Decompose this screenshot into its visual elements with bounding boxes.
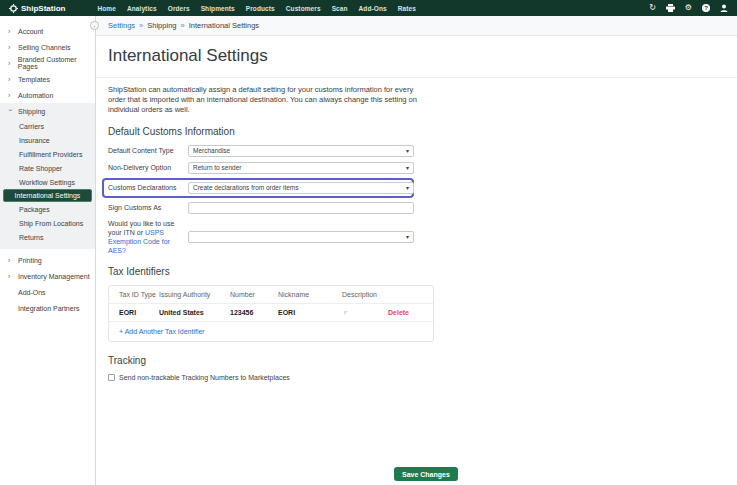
user-account-icon[interactable]: [720, 4, 728, 12]
sidebar-item-label: Account: [18, 28, 43, 35]
sidebar-item-fulfillment-providers[interactable]: Fulfillment Providers: [0, 147, 95, 161]
save-changes-button[interactable]: Save Changes: [394, 467, 458, 481]
select-value: Create declarations from order items: [193, 184, 299, 191]
sidebar-item-insurance[interactable]: Insurance: [0, 133, 95, 147]
chevron-right-icon: ›: [8, 44, 13, 51]
top-nav: Home Analytics Orders Shipments Products…: [97, 5, 416, 12]
itn-exemption-row: Would you like to use your ITN or USPS E…: [108, 219, 414, 255]
nav-add-ons[interactable]: Add-Ons: [359, 5, 387, 12]
select-value: Return to sender: [193, 164, 241, 171]
nav-home[interactable]: Home: [97, 5, 115, 12]
sidebar-item-integration-partners[interactable]: Integration Partners: [0, 300, 95, 316]
brand-name: ShipStation: [21, 4, 65, 13]
sidebar-item-international-settings[interactable]: International Settings: [3, 189, 92, 202]
sidebar-item-label: Inventory Management: [18, 273, 90, 280]
sign-customs-as-row: Sign Customs As: [108, 202, 414, 214]
chevron-right-icon: ›: [8, 257, 13, 264]
col-number: Number: [230, 291, 278, 298]
dropdown-arrow-icon: ▾: [406, 147, 409, 154]
col-tax-id-type: Tax ID Type: [119, 291, 159, 298]
nav-analytics[interactable]: Analytics: [127, 5, 157, 12]
customs-declarations-label: Customs Declarations: [108, 183, 188, 192]
print-icon[interactable]: [666, 4, 675, 12]
nav-scan[interactable]: Scan: [332, 5, 348, 12]
sidebar-item-label: Printing: [18, 257, 42, 264]
chevron-down-icon: ›: [7, 109, 14, 114]
sidebar-item-templates[interactable]: › Templates: [0, 71, 95, 87]
sidebar-item-label: Templates: [18, 76, 50, 83]
tax-identifiers-table: Tax ID Type Issuing Authority Number Nic…: [108, 285, 434, 342]
main-panel: ‹ Settings » Shipping » International Se…: [96, 16, 737, 485]
delete-tax-identifier-link[interactable]: Delete: [388, 309, 423, 316]
non-delivery-option-select[interactable]: Return to sender ▾: [188, 162, 414, 174]
sidebar-item-label: Branded Customer Pages: [18, 56, 95, 70]
customs-section-heading: Default Customs Information: [108, 126, 725, 137]
dropdown-arrow-icon: ▾: [406, 184, 409, 191]
select-value: Merchandise: [193, 147, 230, 154]
dropdown-arrow-icon: ▾: [406, 164, 409, 171]
tax-identifiers-heading: Tax Identifiers: [108, 266, 725, 277]
col-issuing-authority: Issuing Authority: [159, 291, 230, 298]
sidebar-collapse-icon[interactable]: ‹: [90, 21, 99, 30]
default-content-type-label: Default Content Type: [108, 146, 188, 155]
chevron-right-icon: ›: [8, 273, 13, 280]
sidebar-item-ship-from-locations[interactable]: Ship From Locations: [0, 216, 95, 230]
sidebar-item-selling-channels[interactable]: › Selling Channels: [0, 39, 95, 55]
customs-declarations-select[interactable]: Create declarations from order items ▾: [188, 182, 414, 194]
dropdown-arrow-icon: ▾: [406, 233, 409, 240]
top-icons: ↻ ⚙ ?: [649, 4, 728, 12]
sidebar-item-label: Integration Partners: [18, 305, 79, 312]
refresh-icon[interactable]: ↻: [649, 4, 656, 12]
add-tax-identifier-row: + Add Another Tax Identifier: [109, 322, 433, 341]
default-content-type-row: Default Content Type Merchandise ▾: [108, 145, 414, 157]
breadcrumb-shipping: Shipping: [147, 21, 176, 30]
col-description: Description: [342, 291, 388, 298]
cell-tax-id-type: EORI: [119, 309, 159, 316]
non-delivery-option-row: Non-Delivery Option Return to sender ▾: [108, 162, 414, 174]
cell-issuing-authority: United States: [159, 309, 230, 316]
sidebar-item-printing[interactable]: › Printing: [0, 252, 95, 268]
sidebar-item-branded-customer-pages[interactable]: › Branded Customer Pages: [0, 55, 95, 71]
sidebar-item-carriers[interactable]: Carriers: [0, 119, 95, 133]
itn-exemption-label: Would you like to use your ITN or USPS E…: [108, 219, 188, 255]
nav-orders[interactable]: Orders: [168, 5, 190, 12]
sidebar-item-automation[interactable]: › Automation: [0, 87, 95, 103]
sidebar-item-shipping[interactable]: › Shipping: [0, 103, 95, 119]
default-content-type-select[interactable]: Merchandise ▾: [188, 145, 414, 157]
chevron-right-icon: ›: [8, 92, 13, 99]
top-bar: ShipStation Home Analytics Orders Shipme…: [0, 0, 737, 16]
sidebar-item-label: Shipping: [18, 108, 45, 115]
nav-products[interactable]: Products: [246, 5, 275, 12]
app-body: › Account › Selling Channels › Branded C…: [0, 16, 737, 485]
title-divider: [96, 77, 737, 78]
sidebar-item-workflow-settings[interactable]: Workflow Settings: [0, 175, 95, 189]
settings-gear-icon[interactable]: ⚙: [685, 4, 692, 12]
sidebar-item-returns[interactable]: Returns: [0, 230, 95, 244]
itn-exemption-select[interactable]: ▾: [188, 231, 414, 243]
add-tax-identifier-link[interactable]: + Add Another Tax Identifier: [119, 328, 205, 335]
non-delivery-option-label: Non-Delivery Option: [108, 163, 188, 172]
sign-customs-as-input[interactable]: [188, 202, 414, 214]
non-trackable-checkbox[interactable]: [108, 374, 115, 381]
breadcrumb: ‹ Settings » Shipping » International Se…: [96, 16, 737, 36]
tracking-checkbox-row: Send non-trackable Tracking Numbers to M…: [108, 374, 725, 381]
breadcrumb-settings-link[interactable]: Settings: [108, 21, 135, 30]
breadcrumb-separator: »: [139, 21, 143, 30]
cell-number: 123456: [230, 309, 278, 316]
customs-declarations-row: Customs Declarations Create declarations…: [108, 182, 414, 194]
help-icon[interactable]: ?: [702, 4, 710, 12]
sidebar-item-label: Selling Channels: [18, 44, 71, 51]
sidebar-item-packages[interactable]: Packages: [0, 202, 95, 216]
tax-table-row: EORI United States 123456 EORI Delete: [109, 304, 433, 322]
chevron-right-icon: ›: [8, 60, 13, 67]
col-nickname: Nickname: [278, 291, 342, 298]
chevron-right-icon: ›: [8, 28, 13, 35]
nav-rates[interactable]: Rates: [398, 5, 416, 12]
sidebar-item-add-ons[interactable]: Add-Ons: [0, 284, 95, 300]
sidebar-item-rate-shopper[interactable]: Rate Shopper: [0, 161, 95, 175]
nav-shipments[interactable]: Shipments: [201, 5, 235, 12]
nav-customers[interactable]: Customers: [286, 5, 321, 12]
shipstation-logo[interactable]: ShipStation: [9, 4, 65, 13]
sidebar-item-inventory-management[interactable]: › Inventory Management: [0, 268, 95, 284]
sidebar-item-account[interactable]: › Account: [0, 23, 95, 39]
